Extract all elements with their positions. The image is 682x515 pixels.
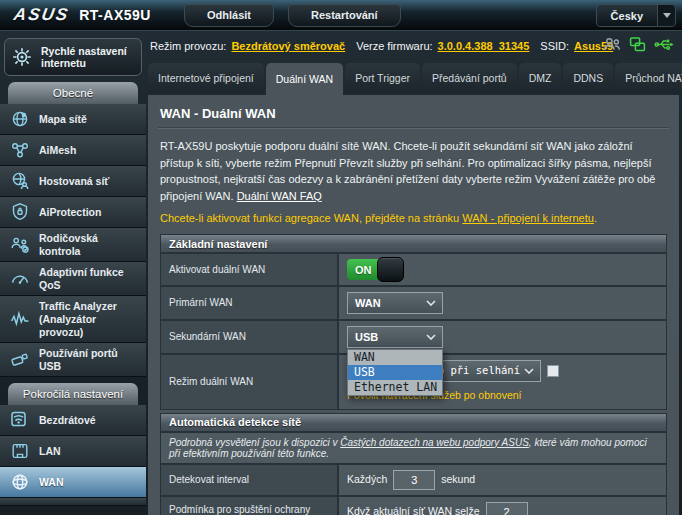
sidebar-section-general: Obecné xyxy=(8,82,138,104)
asus-logo: ASUS xyxy=(12,5,71,25)
gear-wrench-icon xyxy=(11,46,33,68)
chevron-down-icon xyxy=(663,13,671,18)
aimesh-icon xyxy=(10,140,30,160)
usb-drive-icon xyxy=(10,350,30,370)
sidebar-item-wireless[interactable]: Bezdrátové xyxy=(0,405,146,436)
detect-interval-row: Detekovat interval Každých sekund xyxy=(161,465,666,497)
network-map-icon xyxy=(10,109,30,129)
chevron-down-icon xyxy=(426,334,436,340)
sidebar-item-aimesh[interactable]: AiMesh xyxy=(0,135,146,166)
top-bar: ASUS RT-AX59U Odhlásit Restartování Česk… xyxy=(0,0,682,31)
traffic-analyzer-icon xyxy=(10,309,30,329)
tab-port-forwarding[interactable]: Předávání portů xyxy=(422,63,517,93)
tab-internet-connection[interactable]: Internetové připojení xyxy=(148,63,264,93)
failover-condition-label: Podmínka pro spuštění ochrany automatick… xyxy=(161,497,339,515)
dual-wan-toggle[interactable]: ON xyxy=(347,259,402,280)
quick-setup-label: Rychlé nastavení internetu xyxy=(41,45,135,69)
secondary-wan-label: Sekundární WAN xyxy=(161,321,339,353)
sidebar-item-aiprotection[interactable]: AiProtection xyxy=(0,197,146,228)
detect-interval-label: Detekovat interval xyxy=(161,465,339,495)
wan-globe-icon xyxy=(10,472,30,492)
logout-button[interactable]: Odhlásit xyxy=(184,4,274,27)
sidebar-item-usb-application[interactable]: Používání portů USB xyxy=(0,343,146,377)
page-description: RT-AX59U poskytuje podporu duální sítě W… xyxy=(160,138,667,204)
firmware-label: Verze firmwaru: xyxy=(356,40,432,52)
dropdown-option-ethernet-lan[interactable]: Ethernet LAN xyxy=(348,380,442,395)
secondary-wan-row: Sekundární WAN USB WAN USB Ethernet LA xyxy=(161,321,666,355)
sidebar-item-partial[interactable] xyxy=(0,498,146,506)
failback-checkbox[interactable] xyxy=(547,365,559,377)
asus-support-faq-link[interactable]: Častých dotazech na webu podpory ASUS xyxy=(340,437,529,448)
shield-lock-icon xyxy=(10,202,30,222)
enable-dual-wan-row: Aktivovat duální WAN ON xyxy=(161,254,666,287)
sidebar-item-lan[interactable]: LAN xyxy=(0,436,146,467)
tab-port-trigger[interactable]: Port Trigger xyxy=(345,63,420,93)
wan-aggregation-note: Chcete-li aktivovat funkci agregace WAN,… xyxy=(160,212,667,224)
tab-dmz[interactable]: DMZ xyxy=(519,63,562,93)
operation-mode-label: Režim provozu: xyxy=(150,40,226,52)
ssid-label: SSID: xyxy=(540,40,569,52)
clients-icon[interactable] xyxy=(603,36,621,53)
basic-settings-header: Základní nastavení xyxy=(161,235,666,254)
sidebar-section-advanced: Pokročilá nastavení xyxy=(8,383,138,405)
language-label: Česky xyxy=(597,10,657,22)
basic-settings-table: Základní nastavení Aktivovat duální WAN … xyxy=(160,234,667,410)
wan-internet-connection-link[interactable]: WAN - připojení k internetu xyxy=(462,212,594,224)
parental-controls-icon xyxy=(10,235,30,255)
auto-detection-table: Automatická detekce sítě Podrobná vysvět… xyxy=(160,413,667,515)
firmware-version-link[interactable]: 3.0.0.4.388_31345 xyxy=(438,40,530,52)
dual-wan-faq-link[interactable]: Duální WAN FAQ xyxy=(237,190,322,202)
tab-nat-passthrough[interactable]: Průchod NAT xyxy=(615,63,682,93)
tab-dual-wan[interactable]: Duální WAN xyxy=(266,63,343,95)
status-icons xyxy=(603,36,674,53)
operation-mode-link[interactable]: Bezdrátový směrovač xyxy=(231,40,345,52)
guest-network-icon xyxy=(10,171,30,191)
language-dropdown-arrow[interactable] xyxy=(657,5,675,26)
primary-wan-row: Primární WAN WAN xyxy=(161,287,666,321)
status-bar: Režim provozu: Bezdrátový směrovač Verze… xyxy=(150,36,622,56)
language-select[interactable]: Česky xyxy=(596,4,676,27)
detect-interval-input[interactable] xyxy=(393,470,435,490)
reboot-button[interactable]: Restartování xyxy=(288,4,401,27)
content-panel: WAN - Duální WAN RT-AX59U poskytuje podp… xyxy=(148,95,679,515)
sidebar-item-parental-controls[interactable]: Rodičovská kontrola xyxy=(0,228,146,262)
auto-detection-header: Automatická detekce sítě xyxy=(161,414,666,433)
chevron-down-icon xyxy=(426,300,436,306)
primary-wan-label: Primární WAN xyxy=(161,287,339,319)
enable-dual-wan-label: Aktivovat duální WAN xyxy=(161,254,339,285)
dropdown-option-usb[interactable]: USB xyxy=(348,365,442,380)
tab-ddns[interactable]: DDNS xyxy=(563,63,613,93)
title-divider xyxy=(158,127,669,129)
sidebar-item-traffic-analyzer[interactable]: Traffic Analyzer (Analyzátor provozu) xyxy=(0,296,146,343)
usb-status-icon[interactable] xyxy=(654,37,674,52)
sidebar-item-adaptive-qos[interactable]: Adaptivní funkce QoS xyxy=(0,262,146,296)
sidebar-item-quick-internet-setup[interactable]: Rychlé nastavení internetu xyxy=(4,38,142,76)
failover-count-input[interactable] xyxy=(486,502,528,515)
network-devices-icon[interactable] xyxy=(629,36,646,53)
dropdown-option-wan[interactable]: WAN xyxy=(348,350,442,365)
secondary-wan-dropdown-list: WAN USB Ethernet LAN xyxy=(347,349,443,396)
model-name: RT-AX59U xyxy=(79,7,151,23)
wireless-icon xyxy=(10,410,30,430)
toggle-knob[interactable] xyxy=(377,257,404,282)
brand: ASUS RT-AX59U xyxy=(14,5,184,25)
failover-condition-row: Podmínka pro spuštění ochrany automatick… xyxy=(161,497,666,515)
tab-bar: Internetové připojení Duální WAN Port Tr… xyxy=(148,63,678,95)
lan-port-icon xyxy=(10,441,30,461)
sidebar-item-network-map[interactable]: Mapa sítě xyxy=(0,104,146,135)
sidebar-item-wan[interactable]: WAN xyxy=(0,467,146,498)
qos-gauge-icon xyxy=(10,269,30,289)
chevron-down-icon xyxy=(524,368,534,374)
page-title: WAN - Duální WAN xyxy=(160,106,669,121)
sidebar-item-guest-network[interactable]: Hostovaná síť xyxy=(0,166,146,197)
primary-wan-select[interactable]: WAN xyxy=(347,292,443,314)
toggle-on-label: ON xyxy=(355,262,372,279)
secondary-wan-select[interactable]: USB xyxy=(347,326,443,348)
sidebar: Rychlé nastavení internetu Obecné Mapa s… xyxy=(0,34,146,515)
dual-wan-mode-label: Režim duální WAN xyxy=(161,355,339,409)
router-admin-screen: ASUS RT-AX59U Odhlásit Restartování Česk… xyxy=(0,0,682,515)
auto-detection-note: Podrobná vysvětlení jsou k dispozici v Č… xyxy=(161,433,666,465)
